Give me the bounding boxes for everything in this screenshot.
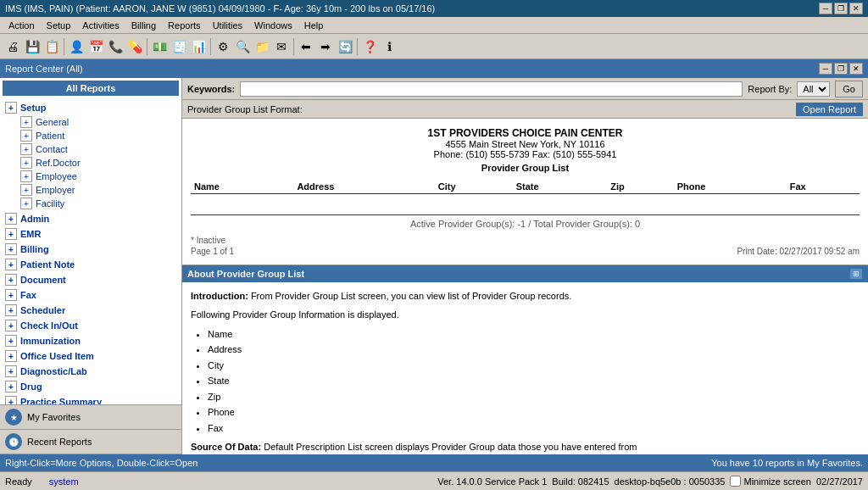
tree-section-drug[interactable]: +Drug — [2, 379, 180, 394]
col-fax: Fax — [787, 180, 860, 194]
rc-close-btn[interactable]: ✕ — [849, 63, 863, 75]
about-content: Introduction: From Provider Group List s… — [182, 282, 868, 455]
tree-section-scheduler[interactable]: +Scheduler — [2, 303, 180, 318]
toolbar-btn-1[interactable]: 🖨 — [3, 37, 22, 56]
tree-section-document[interactable]: +Document — [2, 272, 180, 287]
toolbar-btn-17[interactable]: 🔄 — [336, 37, 354, 56]
tree-section-patient-note[interactable]: +Patient Note — [2, 257, 180, 272]
toolbar-btn-5[interactable]: 📅 — [86, 37, 105, 56]
col-phone: Phone — [674, 180, 787, 194]
left-panel: All Reports + Setup + General + Patient — [0, 78, 182, 454]
col-state: State — [513, 180, 608, 194]
tree-item-employee[interactable]: + Employee — [2, 170, 180, 183]
menu-billing[interactable]: Billing — [126, 19, 161, 31]
toolbar-btn-15[interactable]: ⬅ — [297, 37, 315, 56]
tree-item-ref-doctor[interactable]: + Ref.Doctor — [2, 156, 180, 170]
table-row-empty — [191, 194, 860, 211]
tree-item-patient[interactable]: + Patient — [2, 129, 180, 142]
minimize-text: Minimize screen — [743, 476, 810, 487]
setup-header[interactable]: + Setup — [2, 100, 180, 115]
menu-utilities[interactable]: Utilities — [208, 19, 248, 31]
restore-button[interactable]: ❐ — [834, 3, 848, 14]
ref-doctor-expand-icon: + — [20, 157, 32, 169]
tree-section-fax[interactable]: +Fax — [2, 287, 180, 303]
field-fax: Fax — [208, 421, 860, 436]
tree-item-general[interactable]: + General — [2, 115, 180, 129]
tree-item-employer[interactable]: + Employer — [2, 183, 180, 197]
toolbar-btn-9[interactable]: 🧾 — [170, 37, 188, 56]
menu-setup[interactable]: Setup — [42, 19, 76, 31]
toolbar-btn-6[interactable]: 📞 — [106, 37, 125, 56]
toolbar-btn-13[interactable]: 📁 — [253, 37, 271, 56]
menu-help[interactable]: Help — [299, 19, 329, 31]
patient-label: Patient — [36, 131, 64, 141]
tree-item-facility[interactable]: + Facility — [2, 197, 180, 210]
status-left: Ready system — [5, 476, 79, 487]
report-inactive: * Inactive — [191, 236, 860, 245]
source-text: Default Prescription List screen display… — [264, 442, 637, 452]
tree-section-emr[interactable]: +EMR — [2, 226, 180, 242]
about-expand-btn[interactable]: ⊞ — [849, 268, 863, 280]
intro-label: Introduction: — [191, 291, 248, 301]
minimize-button[interactable]: ─ — [819, 3, 832, 14]
tree-section-check-in/out[interactable]: +Check In/Out — [2, 318, 180, 333]
tree-section-practice-summary[interactable]: +Practice Summary — [2, 394, 180, 404]
toolbar-btn-2[interactable]: 💾 — [23, 37, 42, 56]
go-button[interactable]: Go — [835, 81, 863, 97]
minimize-checkbox[interactable] — [730, 476, 741, 487]
report-title: Provider Group List — [191, 163, 860, 173]
status-system: system — [49, 476, 79, 487]
toolbar-btn-11[interactable]: ⚙ — [214, 37, 232, 56]
all-reports-tab[interactable]: All Reports — [3, 81, 179, 96]
open-report-button[interactable]: Open Report — [796, 103, 863, 116]
tree-section-immunization[interactable]: +Immunization — [2, 333, 180, 348]
tree-section-office-used-item[interactable]: +Office Used Item — [2, 348, 180, 364]
toolbar-btn-3[interactable]: 📋 — [42, 37, 61, 56]
keywords-input[interactable] — [240, 81, 743, 97]
toolbar-btn-16[interactable]: ➡ — [316, 37, 335, 56]
toolbar-btn-7[interactable]: 💊 — [125, 37, 144, 56]
ref-doctor-label: Ref.Doctor — [36, 158, 81, 168]
report-phone: Phone: (510) 555-5739 Fax: (510) 555-594… — [191, 149, 860, 159]
status-right: Ver. 14.0.0 Service Pack 1 Build: 082415… — [437, 476, 863, 487]
toolbar-btn-19[interactable]: ℹ — [380, 37, 398, 56]
recent-label: Recent Reports — [27, 437, 92, 447]
setup-expand-icon: + — [5, 102, 17, 114]
rc-restore-btn[interactable]: ❐ — [834, 63, 848, 75]
tree-container: + Setup + General + Patient + Contact — [0, 98, 181, 404]
menu-activities[interactable]: Activities — [77, 19, 124, 31]
toolbar-btn-10[interactable]: 📊 — [189, 37, 208, 56]
toolbar-btn-14[interactable]: ✉ — [272, 37, 291, 56]
employer-label: Employer — [36, 185, 75, 195]
section-label-0: Admin — [20, 214, 49, 224]
menu-action[interactable]: Action — [3, 19, 40, 31]
close-button[interactable]: ✕ — [849, 3, 863, 14]
print-date: Print Date: 02/27/2017 09:52 am — [737, 247, 860, 256]
col-name: Name — [191, 180, 293, 194]
tree-item-contact[interactable]: + Contact — [2, 142, 180, 156]
rc-title-controls: ─ ❐ ✕ — [819, 63, 863, 75]
my-favorites-item[interactable]: ★ My Favorites — [0, 405, 181, 430]
contact-label: Contact — [36, 144, 68, 154]
page-number: Page 1 of 1 — [191, 247, 234, 256]
expand-icon-0: + — [5, 213, 17, 225]
toolbar-btn-12[interactable]: 🔍 — [233, 37, 252, 56]
recent-reports-item[interactable]: 🕐 Recent Reports — [0, 430, 181, 454]
toolbar-btn-8[interactable]: 💵 — [150, 37, 169, 56]
toolbar-btn-4[interactable]: 👤 — [67, 37, 86, 56]
field-state: State — [208, 374, 860, 388]
about-header: About Provider Group List ⊞ — [182, 265, 868, 282]
about-section: About Provider Group List ⊞ Introduction… — [182, 265, 868, 455]
menu-reports[interactable]: Reports — [163, 19, 206, 31]
tree-section-diagnostic/lab[interactable]: +Diagnostic/Lab — [2, 364, 180, 379]
rc-title-bar: Report Center (All) ─ ❐ ✕ — [0, 59, 868, 78]
toolbar-btn-18[interactable]: ❓ — [360, 37, 379, 56]
report-by-select[interactable]: All — [797, 81, 830, 97]
menu-windows[interactable]: Windows — [249, 19, 298, 31]
toolbar: 🖨 💾 📋 👤 📅 📞 💊 💵 🧾 📊 ⚙ 🔍 📁 ✉ ⬅ ➡ 🔄 ❓ ℹ — [0, 34, 868, 59]
section-label-7: Check In/Out — [20, 320, 78, 331]
rc-minimize-btn[interactable]: ─ — [819, 63, 832, 75]
tree-section-admin[interactable]: +Admin — [2, 211, 180, 226]
tree-section-billing[interactable]: +Billing — [2, 242, 180, 257]
contact-expand-icon: + — [20, 143, 32, 155]
